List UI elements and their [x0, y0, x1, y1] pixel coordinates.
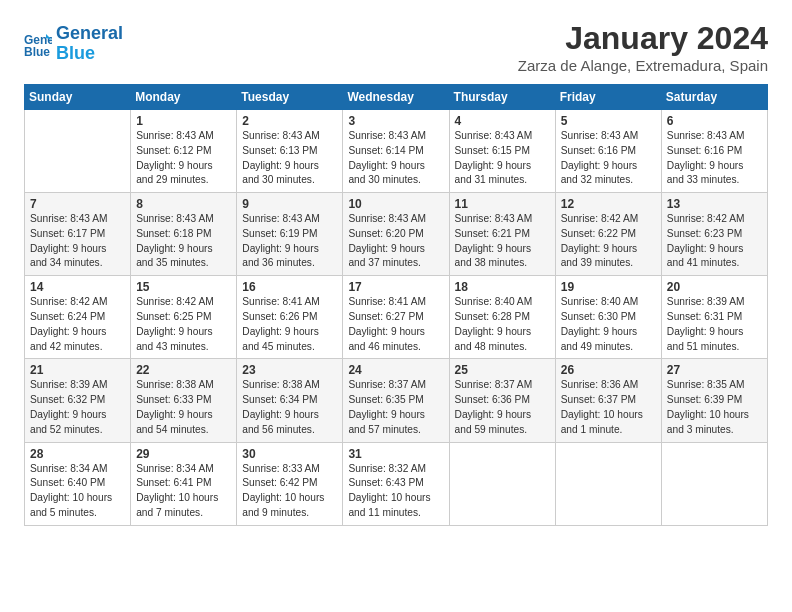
day-number: 5 [561, 114, 657, 128]
calendar-cell-r1-c6: 13Sunrise: 8:42 AMSunset: 6:23 PMDayligh… [661, 193, 767, 276]
cell-details: Sunrise: 8:33 AMSunset: 6:42 PMDaylight:… [242, 462, 338, 521]
cell-details: Sunrise: 8:43 AMSunset: 6:14 PMDaylight:… [348, 129, 444, 188]
day-number: 25 [455, 363, 551, 377]
day-number: 18 [455, 280, 551, 294]
calendar-cell-r1-c2: 9Sunrise: 8:43 AMSunset: 6:19 PMDaylight… [237, 193, 343, 276]
calendar-cell-r2-c4: 18Sunrise: 8:40 AMSunset: 6:28 PMDayligh… [449, 276, 555, 359]
day-number: 28 [30, 447, 126, 461]
calendar-cell-r1-c0: 7Sunrise: 8:43 AMSunset: 6:17 PMDaylight… [25, 193, 131, 276]
day-number: 31 [348, 447, 444, 461]
logo-icon: General Blue [24, 30, 52, 58]
day-number: 8 [136, 197, 232, 211]
calendar-cell-r1-c4: 11Sunrise: 8:43 AMSunset: 6:21 PMDayligh… [449, 193, 555, 276]
cell-details: Sunrise: 8:40 AMSunset: 6:30 PMDaylight:… [561, 295, 657, 354]
calendar-cell-r0-c4: 4Sunrise: 8:43 AMSunset: 6:15 PMDaylight… [449, 110, 555, 193]
day-number: 29 [136, 447, 232, 461]
day-number: 7 [30, 197, 126, 211]
col-header-tuesday: Tuesday [237, 85, 343, 110]
calendar-table: SundayMondayTuesdayWednesdayThursdayFrid… [24, 84, 768, 526]
day-number: 26 [561, 363, 657, 377]
day-number: 4 [455, 114, 551, 128]
day-number: 1 [136, 114, 232, 128]
calendar-cell-r1-c3: 10Sunrise: 8:43 AMSunset: 6:20 PMDayligh… [343, 193, 449, 276]
calendar-cell-r0-c6: 6Sunrise: 8:43 AMSunset: 6:16 PMDaylight… [661, 110, 767, 193]
day-number: 20 [667, 280, 763, 294]
col-header-saturday: Saturday [661, 85, 767, 110]
cell-details: Sunrise: 8:41 AMSunset: 6:26 PMDaylight:… [242, 295, 338, 354]
cell-details: Sunrise: 8:36 AMSunset: 6:37 PMDaylight:… [561, 378, 657, 437]
cell-details: Sunrise: 8:38 AMSunset: 6:34 PMDaylight:… [242, 378, 338, 437]
calendar-cell-r0-c3: 3Sunrise: 8:43 AMSunset: 6:14 PMDaylight… [343, 110, 449, 193]
col-header-friday: Friday [555, 85, 661, 110]
calendar-cell-r4-c3: 31Sunrise: 8:32 AMSunset: 6:43 PMDayligh… [343, 442, 449, 525]
cell-details: Sunrise: 8:39 AMSunset: 6:32 PMDaylight:… [30, 378, 126, 437]
calendar-cell-r1-c1: 8Sunrise: 8:43 AMSunset: 6:18 PMDaylight… [131, 193, 237, 276]
day-number: 22 [136, 363, 232, 377]
cell-details: Sunrise: 8:42 AMSunset: 6:22 PMDaylight:… [561, 212, 657, 271]
cell-details: Sunrise: 8:34 AMSunset: 6:41 PMDaylight:… [136, 462, 232, 521]
calendar-cell-r0-c5: 5Sunrise: 8:43 AMSunset: 6:16 PMDaylight… [555, 110, 661, 193]
cell-details: Sunrise: 8:41 AMSunset: 6:27 PMDaylight:… [348, 295, 444, 354]
day-number: 27 [667, 363, 763, 377]
day-number: 17 [348, 280, 444, 294]
calendar-cell-r4-c6 [661, 442, 767, 525]
calendar-cell-r3-c2: 23Sunrise: 8:38 AMSunset: 6:34 PMDayligh… [237, 359, 343, 442]
col-header-monday: Monday [131, 85, 237, 110]
day-number: 23 [242, 363, 338, 377]
calendar-cell-r2-c1: 15Sunrise: 8:42 AMSunset: 6:25 PMDayligh… [131, 276, 237, 359]
cell-details: Sunrise: 8:43 AMSunset: 6:21 PMDaylight:… [455, 212, 551, 271]
day-number: 6 [667, 114, 763, 128]
subtitle: Zarza de Alange, Extremadura, Spain [518, 57, 768, 74]
page: General Blue General Blue January 2024 Z… [0, 0, 792, 612]
col-header-sunday: Sunday [25, 85, 131, 110]
cell-details: Sunrise: 8:43 AMSunset: 6:16 PMDaylight:… [561, 129, 657, 188]
cell-details: Sunrise: 8:39 AMSunset: 6:31 PMDaylight:… [667, 295, 763, 354]
calendar-body: 1Sunrise: 8:43 AMSunset: 6:12 PMDaylight… [25, 110, 768, 526]
day-number: 2 [242, 114, 338, 128]
calendar-cell-r0-c2: 2Sunrise: 8:43 AMSunset: 6:13 PMDaylight… [237, 110, 343, 193]
calendar-cell-r0-c1: 1Sunrise: 8:43 AMSunset: 6:12 PMDaylight… [131, 110, 237, 193]
calendar-row-1: 7Sunrise: 8:43 AMSunset: 6:17 PMDaylight… [25, 193, 768, 276]
day-number: 24 [348, 363, 444, 377]
cell-details: Sunrise: 8:43 AMSunset: 6:12 PMDaylight:… [136, 129, 232, 188]
cell-details: Sunrise: 8:43 AMSunset: 6:19 PMDaylight:… [242, 212, 338, 271]
cell-details: Sunrise: 8:42 AMSunset: 6:25 PMDaylight:… [136, 295, 232, 354]
day-number: 21 [30, 363, 126, 377]
day-number: 15 [136, 280, 232, 294]
day-number: 16 [242, 280, 338, 294]
calendar-cell-r4-c1: 29Sunrise: 8:34 AMSunset: 6:41 PMDayligh… [131, 442, 237, 525]
cell-details: Sunrise: 8:43 AMSunset: 6:13 PMDaylight:… [242, 129, 338, 188]
calendar-cell-r3-c3: 24Sunrise: 8:37 AMSunset: 6:35 PMDayligh… [343, 359, 449, 442]
calendar-row-3: 21Sunrise: 8:39 AMSunset: 6:32 PMDayligh… [25, 359, 768, 442]
calendar-cell-r3-c1: 22Sunrise: 8:38 AMSunset: 6:33 PMDayligh… [131, 359, 237, 442]
calendar-cell-r3-c0: 21Sunrise: 8:39 AMSunset: 6:32 PMDayligh… [25, 359, 131, 442]
cell-details: Sunrise: 8:42 AMSunset: 6:24 PMDaylight:… [30, 295, 126, 354]
cell-details: Sunrise: 8:40 AMSunset: 6:28 PMDaylight:… [455, 295, 551, 354]
calendar-cell-r3-c4: 25Sunrise: 8:37 AMSunset: 6:36 PMDayligh… [449, 359, 555, 442]
calendar-cell-r0-c0 [25, 110, 131, 193]
logo: General Blue General Blue [24, 24, 123, 64]
cell-details: Sunrise: 8:43 AMSunset: 6:17 PMDaylight:… [30, 212, 126, 271]
svg-text:Blue: Blue [24, 45, 50, 58]
cell-details: Sunrise: 8:32 AMSunset: 6:43 PMDaylight:… [348, 462, 444, 521]
day-number: 11 [455, 197, 551, 211]
cell-details: Sunrise: 8:43 AMSunset: 6:15 PMDaylight:… [455, 129, 551, 188]
calendar-cell-r4-c0: 28Sunrise: 8:34 AMSunset: 6:40 PMDayligh… [25, 442, 131, 525]
calendar-cell-r2-c6: 20Sunrise: 8:39 AMSunset: 6:31 PMDayligh… [661, 276, 767, 359]
cell-details: Sunrise: 8:37 AMSunset: 6:35 PMDaylight:… [348, 378, 444, 437]
calendar-cell-r4-c5 [555, 442, 661, 525]
day-number: 10 [348, 197, 444, 211]
day-number: 30 [242, 447, 338, 461]
calendar-row-4: 28Sunrise: 8:34 AMSunset: 6:40 PMDayligh… [25, 442, 768, 525]
header: General Blue General Blue January 2024 Z… [24, 20, 768, 74]
main-title: January 2024 [518, 20, 768, 57]
cell-details: Sunrise: 8:43 AMSunset: 6:20 PMDaylight:… [348, 212, 444, 271]
cell-details: Sunrise: 8:38 AMSunset: 6:33 PMDaylight:… [136, 378, 232, 437]
day-number: 12 [561, 197, 657, 211]
col-header-thursday: Thursday [449, 85, 555, 110]
cell-details: Sunrise: 8:37 AMSunset: 6:36 PMDaylight:… [455, 378, 551, 437]
calendar-cell-r2-c2: 16Sunrise: 8:41 AMSunset: 6:26 PMDayligh… [237, 276, 343, 359]
cell-details: Sunrise: 8:43 AMSunset: 6:18 PMDaylight:… [136, 212, 232, 271]
title-block: January 2024 Zarza de Alange, Extremadur… [518, 20, 768, 74]
calendar-cell-r3-c5: 26Sunrise: 8:36 AMSunset: 6:37 PMDayligh… [555, 359, 661, 442]
